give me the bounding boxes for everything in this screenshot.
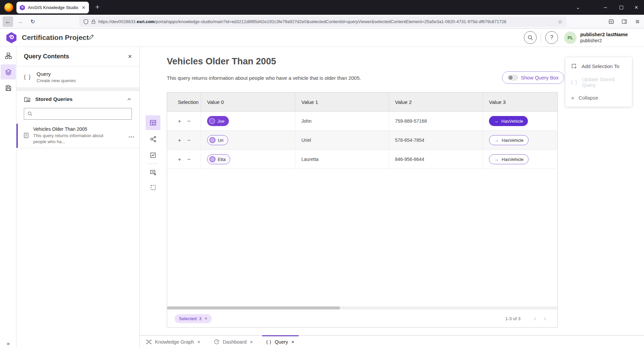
- expand-rail-button[interactable]: »: [0, 341, 16, 347]
- map-view-button[interactable]: [146, 165, 160, 180]
- entity-dot-icon: [209, 137, 215, 143]
- maximize-icon: [620, 6, 623, 9]
- add-to-selection-button[interactable]: +: [178, 118, 181, 124]
- remove-from-selection-button[interactable]: −: [187, 157, 191, 162]
- add-to-selection-button[interactable]: +: [178, 137, 181, 143]
- query-contents-panel: Query Contents × { } Query Create new qu…: [16, 47, 140, 348]
- chevron-up-icon[interactable]: [127, 97, 132, 102]
- chart-view-button[interactable]: [146, 148, 160, 163]
- relationship-arrow-icon: →: [494, 137, 499, 143]
- panel-close-icon[interactable]: ×: [128, 53, 132, 60]
- browser-urlbar: ← → ↻ https://dev0028833.esri.com/portal…: [0, 15, 644, 28]
- close-tab-icon[interactable]: ×: [197, 339, 200, 345]
- table-view-icon: [149, 119, 157, 126]
- tab-dashboard[interactable]: Dashboard ×: [209, 336, 257, 348]
- stored-queries-header[interactable]: Stored Queries: [16, 91, 139, 107]
- relationship-chip[interactable]: → HasVehicle: [489, 116, 528, 126]
- column-header-value3: Value 3: [483, 93, 557, 111]
- horizontal-scrollbar: [167, 306, 557, 309]
- project-title: Certification Project: [22, 34, 89, 42]
- link-chart-view-button[interactable]: [146, 132, 160, 147]
- table-view-button[interactable]: [146, 115, 160, 130]
- item-options-icon[interactable]: •••: [129, 135, 135, 139]
- layers-icon: [5, 68, 12, 76]
- menu-item-add-selection-to[interactable]: Add Selection To: [565, 58, 632, 74]
- help-button[interactable]: ?: [545, 31, 558, 44]
- sidebar-item-contents[interactable]: [1, 64, 16, 79]
- edit-title-button[interactable]: [88, 34, 94, 40]
- browser-titlebar: ArcGIS Knowledge Studio × + ⌄ – ×: [0, 0, 644, 15]
- column-header-selection: Selection: [167, 93, 201, 111]
- browser-tab[interactable]: ArcGIS Knowledge Studio ×: [16, 2, 89, 13]
- entity-chip[interactable]: Uri: [207, 135, 228, 145]
- pocket-icon[interactable]: [606, 16, 616, 27]
- firefox-logo-icon: [4, 3, 13, 12]
- search-button[interactable]: [524, 31, 537, 44]
- entity-chip[interactable]: Etta: [207, 154, 230, 164]
- stored-queries-search[interactable]: [24, 108, 132, 120]
- close-tab-icon[interactable]: ×: [250, 339, 253, 345]
- page-description: This query returns information about peo…: [167, 75, 361, 81]
- remove-from-selection-button[interactable]: −: [187, 118, 191, 124]
- back-button[interactable]: ←: [3, 16, 13, 27]
- relationship-chip[interactable]: → HasVehicle: [489, 135, 529, 145]
- save-icon: [5, 85, 12, 92]
- previous-page-icon[interactable]: ‹: [530, 315, 540, 322]
- close-tab-icon[interactable]: ×: [291, 339, 294, 345]
- minimize-button[interactable]: –: [598, 0, 613, 15]
- remove-from-selection-button[interactable]: −: [187, 137, 191, 143]
- entity-dot-icon: [209, 118, 215, 124]
- window-close-button[interactable]: ×: [629, 0, 644, 15]
- relationship-chip[interactable]: → HasVehicle: [489, 154, 529, 164]
- table-row: + − Etta Lauretta 846-956-8644 → HasVehi…: [167, 150, 557, 169]
- add-to-selection-button[interactable]: +: [178, 157, 181, 162]
- lock-icon: [91, 19, 96, 24]
- column-header-value1: Value 1: [295, 93, 389, 111]
- sidebar-toggle-icon[interactable]: [619, 16, 630, 27]
- scrollbar-thumb[interactable]: [167, 306, 340, 309]
- next-page-icon[interactable]: ›: [540, 315, 550, 322]
- sidebar-item-save[interactable]: [1, 80, 16, 96]
- clear-selection-icon[interactable]: ×: [205, 316, 207, 321]
- new-query-item[interactable]: { } Query Create new queries: [16, 66, 139, 88]
- menu-item-collapse[interactable]: » Collapse: [565, 90, 632, 106]
- table-row: + − Joe John 759-889-57168 → HasVehicle: [167, 112, 557, 131]
- cell-value: Lauretta: [301, 157, 318, 162]
- bottom-tab-bar: Knowledge Graph × Dashboard × { } Query …: [140, 335, 644, 348]
- left-rail: »: [0, 47, 16, 348]
- tab-query[interactable]: { } Query ×: [262, 336, 299, 348]
- tab-close-icon[interactable]: ×: [81, 5, 86, 10]
- cell-value: 846-956-8644: [395, 157, 424, 162]
- url-field[interactable]: https://dev0028833.esri.com/portal/apps/…: [79, 16, 566, 27]
- avatar[interactable]: PL: [564, 32, 577, 44]
- user-username: publisher2: [580, 38, 628, 44]
- braces-icon: { }: [24, 74, 31, 80]
- column-header-value2: Value 2: [389, 93, 483, 111]
- show-query-box-toggle[interactable]: Show Query Box: [502, 71, 564, 84]
- cell-value: Uriel: [301, 137, 311, 143]
- app-header: Certification Project ? PL publisher2 la…: [0, 28, 644, 47]
- toggle-track[interactable]: [507, 75, 518, 80]
- tab-knowledge-graph[interactable]: Knowledge Graph ×: [142, 336, 205, 348]
- new-tab-button[interactable]: +: [95, 3, 99, 11]
- entity-chip[interactable]: Joe: [207, 116, 229, 126]
- stored-queries-title: Stored Queries: [35, 96, 127, 102]
- sidebar-item-data-model[interactable]: [1, 48, 16, 63]
- selection-tool-button[interactable]: [146, 180, 160, 195]
- stored-query-item[interactable]: Vehicles Older Than 2005 This query retu…: [16, 124, 139, 148]
- column-header-value0: Value 0: [201, 93, 295, 111]
- browser-menu-icon[interactable]: ≡: [632, 16, 643, 27]
- list-tabs-icon[interactable]: ⌄: [570, 0, 586, 15]
- forward-button[interactable]: →: [15, 16, 26, 27]
- bookmark-star-icon[interactable]: ☆: [558, 18, 562, 25]
- pencil-icon: [88, 34, 94, 40]
- section-divider: [16, 88, 139, 91]
- selected-indicator: [16, 124, 18, 148]
- reload-button[interactable]: ↻: [28, 16, 38, 27]
- maximize-button[interactable]: [613, 0, 629, 15]
- search-input[interactable]: [35, 111, 128, 117]
- braces-icon: { }: [571, 79, 578, 85]
- query-actions-menu: Add Selection To { } Update Stored Query…: [565, 57, 632, 107]
- cell-value: 578-654-7854: [395, 137, 424, 143]
- pagination: 1-3 of 3 ‹ ›: [505, 315, 550, 322]
